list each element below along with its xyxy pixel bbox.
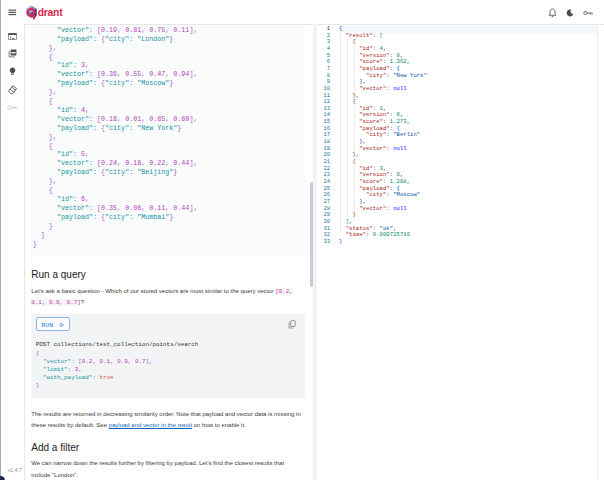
svg-text:drant: drant — [38, 7, 64, 18]
